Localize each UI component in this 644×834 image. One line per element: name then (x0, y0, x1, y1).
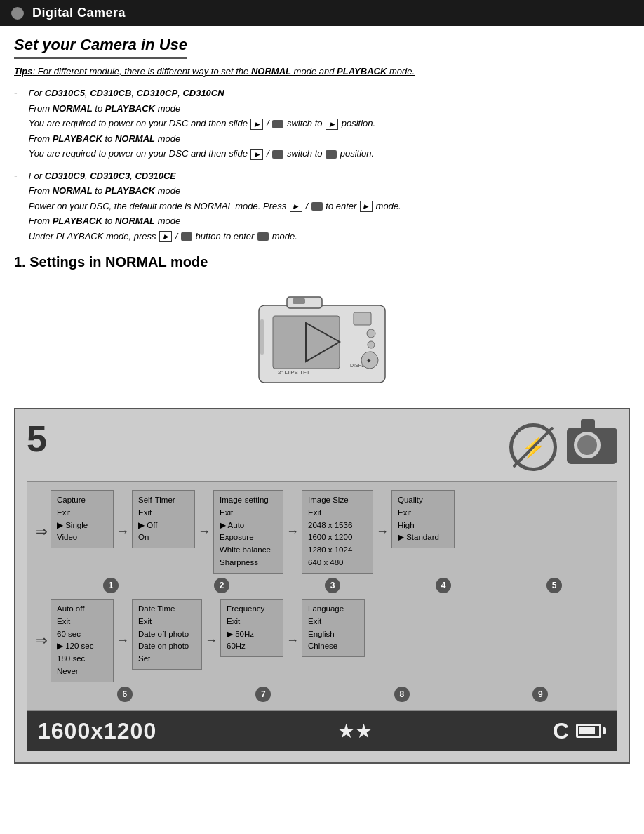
arrow-4-5: → (376, 524, 389, 539)
bullet2-models: For CD310C9, CD310C3, CD310CE (29, 169, 401, 183)
status-stars: ★★ (337, 720, 373, 743)
play-btn-icon-2 (326, 119, 338, 130)
play-btn-icon-5 (360, 201, 373, 212)
arrow-6-7: → (116, 633, 129, 648)
svg-rect-13 (293, 298, 305, 304)
tips-line: Tips: For different module, there is dif… (14, 66, 630, 77)
row2-arrow: ⇒ (36, 632, 48, 649)
battery-icon (576, 724, 606, 738)
menu-card-5: Quality Exit High ▶ Standard (391, 490, 455, 548)
svg-rect-12 (260, 319, 264, 355)
bullet-section-1: - For CD310C5, CD310CB, CD310CP, CD310CN… (14, 86, 630, 162)
arrow-3-4: → (286, 524, 299, 539)
header-title: Digital Camera (32, 6, 126, 20)
battery-fill (579, 727, 595, 734)
menu-top-icons: ⚡ (509, 421, 617, 471)
arrow-1-2: → (116, 524, 129, 539)
menu-card-3: Image-setting Exit ▶ Auto Exposure White… (213, 490, 283, 574)
camera-illustration-container: DISPLAY ✦ 2" LTPS TFT (14, 277, 630, 397)
menu-card-9: Language Exit English Chinese (302, 599, 365, 657)
dash-icon-2: - (14, 170, 18, 181)
menu-card-7: Date Time Exit Date off photo Date on ph… (132, 599, 202, 670)
badge-7: 7 (255, 687, 271, 702)
play-btn-icon-6 (159, 231, 172, 242)
svg-rect-4 (354, 312, 371, 325)
badge-9: 9 (532, 687, 548, 702)
menu-top-row: 5 ⚡ (27, 421, 617, 471)
badge-6: 6 (117, 687, 133, 702)
arrow-7-8: → (205, 633, 217, 648)
row1-arrow: ⇒ (36, 523, 48, 540)
bullet2-n2p-label: From NORMAL to PLAYBACK mode (29, 184, 401, 198)
bullet2-n2p-desc: Power on your DSC, the default mode is N… (29, 199, 401, 213)
arrow-8-9: → (286, 633, 299, 648)
bullet1-p2n-label: From PLAYBACK to NORMAL mode (29, 132, 376, 146)
status-resolution: 1600x1200 (38, 718, 156, 744)
menu-card-6: Auto off Exit 60 sec ▶ 120 sec 180 sec N… (51, 599, 114, 682)
menu-row-1: ⇒ Capture Exit ▶ Single Video → Self-Tim… (36, 490, 608, 593)
svg-point-6 (368, 341, 375, 348)
play-btn-icon-4 (290, 201, 302, 212)
bullet2-p2n-label: From PLAYBACK to NORMAL mode (29, 214, 401, 228)
arrow-2-3: → (198, 524, 210, 539)
badge-3: 3 (325, 578, 340, 593)
svg-text:2"  LTPS TFT: 2" LTPS TFT (278, 369, 310, 376)
play-btn-icon-1 (250, 119, 263, 130)
bullet1-models: For CD310C5, CD310CB, CD310CP, CD310CN (29, 86, 376, 100)
bullet1-p2n-desc: You are required to power on your DSC an… (29, 147, 376, 161)
menu-card-2: Self-Timer Exit ▶ Off On (132, 490, 195, 548)
bullet2-p2n-desc: Under PLAYBACK mode, press / button to e… (29, 230, 401, 244)
play-btn-icon-3 (250, 149, 263, 160)
main-content: Set your Camera in Use Tips: For differe… (0, 26, 644, 774)
bullet1-n2p-desc: You are required to power on your DSC an… (29, 117, 376, 131)
svg-text:✦: ✦ (366, 357, 372, 364)
menu-diagram-box: 5 ⚡ (14, 408, 630, 764)
battery-body (576, 724, 601, 738)
status-right: C (553, 718, 606, 744)
dash-icon-1: - (14, 87, 18, 98)
bullet1-n2p-label: From NORMAL to PLAYBACK mode (29, 102, 376, 116)
badge-row-1: 1 2 3 4 5 (36, 578, 608, 593)
section-heading: Set your Camera in Use (14, 36, 187, 59)
badge-1: 1 (103, 578, 119, 593)
no-flash-icon: ⚡ (509, 423, 557, 471)
page-header: Digital Camera (0, 0, 644, 26)
status-mode: C (553, 718, 569, 744)
menu-number: 5 (27, 421, 47, 457)
header-circle-icon (11, 7, 24, 20)
big-camera-icon (567, 428, 617, 467)
battery-tip (603, 727, 606, 734)
badge-2: 2 (214, 578, 229, 593)
menu-inner: ⇒ Capture Exit ▶ Single Video → Self-Tim… (27, 481, 617, 711)
badge-row-2: 6 7 8 9 (36, 687, 608, 702)
normal-mode-heading: 1. Settings in NORMAL mode (14, 254, 630, 270)
status-bar: 1600x1200 ★★ C (27, 711, 617, 751)
svg-point-5 (367, 329, 375, 338)
badge-4: 4 (436, 578, 451, 593)
menu-row-2: ⇒ Auto off Exit 60 sec ▶ 120 sec 180 sec… (36, 599, 608, 702)
bullet-section-2: - For CD310C9, CD310C3, CD310CE From NOR… (14, 169, 630, 245)
menu-card-4: Image Size Exit 2048 x 1536 1600 x 1200 … (302, 490, 373, 574)
menu-card-1: Capture Exit ▶ Single Video (51, 490, 114, 548)
badge-8: 8 (394, 687, 410, 702)
badge-5: 5 (546, 578, 562, 593)
camera-illustration: DISPLAY ✦ 2" LTPS TFT (217, 277, 427, 397)
menu-card-8: Frequency Exit ▶ 50Hz 60Hz (220, 599, 283, 657)
